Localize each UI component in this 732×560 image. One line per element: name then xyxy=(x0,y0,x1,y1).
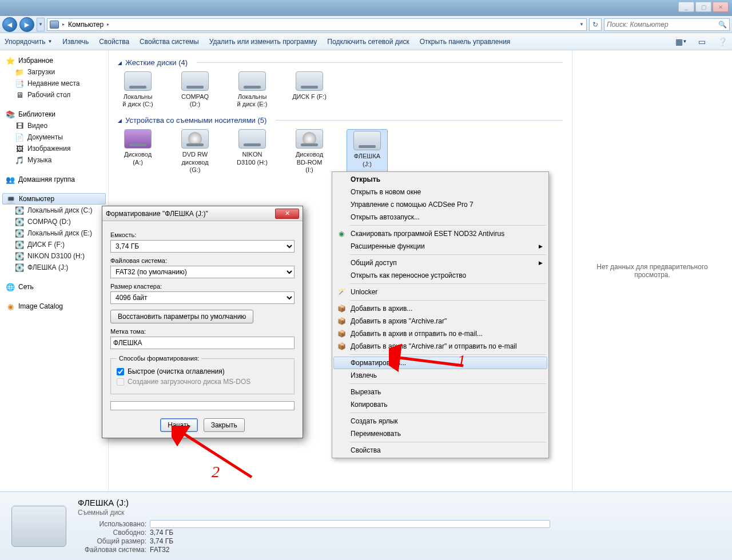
breadcrumb[interactable]: Компьютер xyxy=(68,21,104,29)
sidebar-item-drive-e[interactable]: 💽Локальный диск (E:) xyxy=(0,227,108,239)
ctx-open-new-window[interactable]: Открыть в новом окне xyxy=(333,186,547,198)
nav-forward-button[interactable]: ► xyxy=(19,17,34,32)
libraries-group[interactable]: 📚Библиотеки xyxy=(0,109,108,120)
drive-g[interactable]: DVD RWдисковод(G:) xyxy=(175,129,215,174)
explorer-toolbar: Упорядочить ▼ Извлечь Свойства Свойства … xyxy=(0,33,732,50)
capacity-select[interactable]: 3,74 ГБ xyxy=(110,240,295,253)
removable-section-header[interactable]: ◢Устройства со съемными носителями (5) xyxy=(118,116,563,125)
sidebar-item-downloads[interactable]: 📁Загрузки xyxy=(0,66,108,78)
dialog-close-button[interactable]: ✕ xyxy=(275,209,299,219)
map-drive-button[interactable]: Подключить сетевой диск xyxy=(327,38,409,46)
ctx-archive-rar-email[interactable]: 📦Добавить в архив "Archive.rar" и отправ… xyxy=(333,340,547,353)
properties-button[interactable]: Свойства xyxy=(99,38,129,46)
sidebar-item-documents[interactable]: 📄Документы xyxy=(0,131,108,143)
library-icon: 📚 xyxy=(6,110,15,119)
star-icon: ⭐ xyxy=(6,56,15,65)
ctx-share[interactable]: Общий доступ▶ xyxy=(333,257,547,269)
ctx-copy[interactable]: Копировать xyxy=(333,398,547,411)
details-pane: ФЛЕШКА (J:) Съемный диск Использовано: С… xyxy=(0,491,732,560)
ctx-add-archive[interactable]: 📦Добавить в архив... xyxy=(333,302,547,315)
uninstall-program-button[interactable]: Удалить или изменить программу xyxy=(209,38,317,46)
system-properties-button[interactable]: Свойства системы xyxy=(140,38,199,46)
sidebar-item-recent[interactable]: 📑Недавние места xyxy=(0,78,108,89)
nav-history-dropdown[interactable]: ▼ xyxy=(37,18,45,31)
sidebar-item-drive-j[interactable]: 💽ФЛЕШКА (J:) xyxy=(0,262,108,273)
sidebar-item-videos[interactable]: 🎞Видео xyxy=(0,120,108,131)
preview-pane-button[interactable]: ▭ xyxy=(697,37,707,47)
drive-a[interactable]: Дисковод(A:) xyxy=(118,129,158,174)
search-icon[interactable]: 🔍 xyxy=(718,21,727,29)
ctx-eject[interactable]: Извлечь xyxy=(333,369,547,382)
drive-context-menu: Открыть Открыть в новом окне Управление … xyxy=(332,171,549,458)
address-bar[interactable]: ▸ Компьютер ▸ ▼ xyxy=(47,18,587,31)
eset-icon: ◉ xyxy=(337,229,346,238)
sidebar-item-drive-d[interactable]: 💽COMPAQ (D:) xyxy=(0,216,108,227)
sidebar-item-music[interactable]: 🎵Музыка xyxy=(0,154,108,166)
recent-icon: 📑 xyxy=(15,79,24,88)
drive-f[interactable]: ДИСК F (F:) xyxy=(289,71,329,108)
image-catalog[interactable]: ◉Image Catalog xyxy=(0,301,108,312)
chevron-right-icon: ▸ xyxy=(62,22,65,27)
ctx-properties[interactable]: Свойства xyxy=(333,444,547,457)
refresh-button[interactable]: ↻ xyxy=(589,18,602,31)
sidebar-item-drive-c[interactable]: 💽Локальный диск (C:) xyxy=(0,205,108,216)
help-button[interactable]: ❔ xyxy=(717,37,727,47)
favorites-group[interactable]: ⭐Избранное xyxy=(0,55,108,66)
search-box[interactable]: 🔍 xyxy=(604,18,730,31)
ctx-cut[interactable]: Вырезать xyxy=(333,386,547,398)
drive-j[interactable]: ФЛЕШКА(J:) xyxy=(347,129,388,174)
sidebar-item-drive-f[interactable]: 💽ДИСК F (F:) xyxy=(0,239,108,250)
drive-i[interactable]: ДисководBD-ROM(I:) xyxy=(289,129,329,174)
extract-button[interactable]: Извлечь xyxy=(62,38,89,46)
ctx-autorun[interactable]: Открыть автозапуск... xyxy=(333,211,547,223)
chevron-right-icon[interactable]: ▸ xyxy=(107,22,109,27)
drive-e[interactable]: Локальный диск (E:) xyxy=(232,71,272,108)
ctx-eset-scan[interactable]: ◉Сканировать программой ESET NOD32 Antiv… xyxy=(333,227,547,240)
archive-icon: 📦 xyxy=(337,329,346,338)
homegroup-group[interactable]: 👥Домашняя группа xyxy=(0,174,108,185)
volume-label-input[interactable] xyxy=(110,337,295,349)
filesystem-select[interactable]: FAT32 (по умолчанию) xyxy=(110,266,295,278)
ctx-portable[interactable]: Открыть как переносное устройство xyxy=(333,269,547,282)
control-panel-button[interactable]: Открыть панель управления xyxy=(420,38,511,46)
dialog-titlebar[interactable]: Форматирование "ФЛЕШКА (J:)" ✕ xyxy=(102,206,303,221)
start-button[interactable]: Начать xyxy=(160,418,198,432)
computer-group[interactable]: 💻Компьютер xyxy=(2,193,106,205)
desktop-icon: 🖥 xyxy=(15,90,24,99)
search-input[interactable] xyxy=(607,21,718,29)
nav-back-button[interactable]: ◄ xyxy=(2,17,17,32)
restore-defaults-button[interactable]: Восстановить параметры по умолчанию xyxy=(110,310,253,323)
ctx-unlocker[interactable]: 🪄Unlocker xyxy=(333,286,547,298)
hdd-section-header[interactable]: ◢Жесткие диски (4) xyxy=(118,58,563,67)
view-mode-button[interactable]: ▦ ▼ xyxy=(676,37,686,47)
address-dropdown[interactable]: ▼ xyxy=(579,22,584,27)
ctx-advanced[interactable]: Расширенные функции▶ xyxy=(333,240,547,253)
ctx-format[interactable]: Форматировать... xyxy=(333,357,547,369)
ctx-shortcut[interactable]: Создать ярлык xyxy=(333,415,547,427)
quick-format-checkbox[interactable]: Быстрое (очистка оглавления) xyxy=(117,367,288,375)
ctx-archive-email[interactable]: 📦Добавить в архив и отправить по e-mail.… xyxy=(333,327,547,340)
window-maximize-button[interactable]: ▢ xyxy=(695,2,711,12)
sidebar-item-desktop[interactable]: 🖥Рабочий стол xyxy=(0,89,108,101)
navigation-sidebar: ⭐Избранное 📁Загрузки 📑Недавние места 🖥Ра… xyxy=(0,50,109,491)
network-group[interactable]: 🌐Сеть xyxy=(0,281,108,293)
sidebar-item-pictures[interactable]: 🖼Изображения xyxy=(0,143,108,154)
ctx-rename[interactable]: Переименовать xyxy=(333,427,547,440)
drive-c[interactable]: Локальный диск (C:) xyxy=(118,71,158,108)
drive-d[interactable]: COMPAQ(D:) xyxy=(175,71,215,108)
close-button[interactable]: Закрыть xyxy=(204,418,245,432)
msdos-boot-checkbox[interactable]: Создание загрузочного диска MS-DOS xyxy=(117,378,288,386)
window-close-button[interactable]: ✕ xyxy=(713,2,729,12)
sidebar-item-drive-h[interactable]: 💽NIKON D3100 (H:) xyxy=(0,250,108,262)
organize-menu[interactable]: Упорядочить ▼ xyxy=(5,38,52,46)
ctx-add-archive-rar[interactable]: 📦Добавить в архив "Archive.rar" xyxy=(333,315,547,327)
drive-h[interactable]: NIKOND3100 (H:) xyxy=(232,129,272,174)
drive-icon: 💽 xyxy=(15,251,24,261)
ctx-open[interactable]: Открыть xyxy=(333,173,547,186)
window-titlebar: _ ▢ ✕ xyxy=(0,0,732,16)
document-icon: 📄 xyxy=(15,133,24,142)
catalog-icon: ◉ xyxy=(6,302,15,311)
window-minimize-button[interactable]: _ xyxy=(678,2,694,12)
ctx-acdsee[interactable]: Управление с помощью ACDSee Pro 7 xyxy=(333,198,547,211)
cluster-select[interactable]: 4096 байт xyxy=(110,291,295,304)
